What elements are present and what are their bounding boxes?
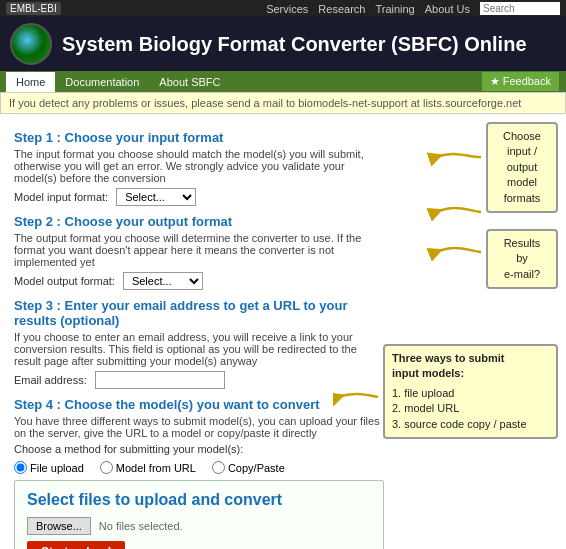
- emblebi-logo: EMBL-EBI: [6, 2, 61, 15]
- step1-section: Step 1 : Choose your input format The in…: [14, 130, 384, 206]
- nav-about[interactable]: About SBFC: [149, 72, 230, 92]
- services-link[interactable]: Services: [266, 3, 308, 15]
- nav-bar: Home Documentation About SBFC ★ Feedback: [0, 71, 566, 92]
- radio-copy-paste[interactable]: Copy/Paste: [212, 461, 285, 474]
- step2-title: Step 2 : Choose your output format: [14, 214, 384, 229]
- step3-section: Step 3 : Enter your email address to get…: [14, 298, 384, 389]
- step2-section: Step 2 : Choose your output format The o…: [14, 214, 384, 290]
- nav-home[interactable]: Home: [6, 72, 55, 92]
- header: System Biology Format Converter (SBFC) O…: [0, 17, 566, 71]
- feedback-button[interactable]: ★ Feedback: [481, 71, 560, 92]
- step4-section: Step 4 : Choose the model(s) you want to…: [14, 397, 384, 439]
- step1-label: Model input format:: [14, 191, 108, 203]
- email-field[interactable]: [95, 371, 225, 389]
- nav-documentation[interactable]: Documentation: [55, 72, 149, 92]
- research-link[interactable]: Research: [318, 3, 365, 15]
- search-input[interactable]: [480, 2, 560, 15]
- step3-desc: If you choose to enter an email address,…: [14, 331, 384, 367]
- radio-model-url[interactable]: Model from URL: [100, 461, 196, 474]
- step3-title: Step 3 : Enter your email address to get…: [14, 298, 384, 328]
- upload-box: Select files to upload and convert Brows…: [14, 480, 384, 549]
- radio-file-upload[interactable]: File upload: [14, 461, 84, 474]
- formats-annotation: Choose input / output model formats: [486, 122, 558, 213]
- alert-bar: If you detect any problems or issues, pl…: [0, 92, 566, 114]
- three-ways-annotation: Three ways to submit input models: 1. fi…: [383, 344, 558, 439]
- submit-method-label: Choose a method for submitting your mode…: [14, 443, 552, 455]
- radio-group: File upload Model from URL Copy/Paste: [14, 461, 552, 474]
- three-ways-arrow: [333, 382, 383, 412]
- step4-title: Step 4 : Choose the model(s) you want to…: [14, 397, 384, 412]
- step2-desc: The output format you choose will determ…: [14, 232, 384, 268]
- output-format-select[interactable]: Select...: [123, 272, 203, 290]
- step1-title: Step 1 : Choose your input format: [14, 130, 384, 145]
- top-bar: EMBL-EBI Services Research Training Abou…: [0, 0, 566, 17]
- input-format-select[interactable]: Select...: [116, 188, 196, 206]
- no-file-text: No files selected.: [99, 520, 183, 532]
- step2-label: Model output format:: [14, 275, 115, 287]
- email-annotation: Results by e-mail?: [486, 229, 558, 289]
- step4-desc: You have three different ways to submit …: [14, 415, 384, 439]
- email-label: Email address:: [14, 374, 87, 386]
- step1-desc: The input format you choose should match…: [14, 148, 384, 184]
- about-link[interactable]: About Us: [425, 3, 470, 15]
- header-logo: [10, 23, 52, 65]
- upload-title: Select files to upload and convert: [27, 491, 371, 509]
- wavy-arrows: [426, 122, 486, 292]
- start-upload-button[interactable]: Start upload: [27, 541, 125, 549]
- training-link[interactable]: Training: [375, 3, 414, 15]
- browse-button[interactable]: Browse...: [27, 517, 91, 535]
- header-title: System Biology Format Converter (SBFC) O…: [62, 33, 527, 56]
- alert-text: If you detect any problems or issues, pl…: [9, 97, 521, 109]
